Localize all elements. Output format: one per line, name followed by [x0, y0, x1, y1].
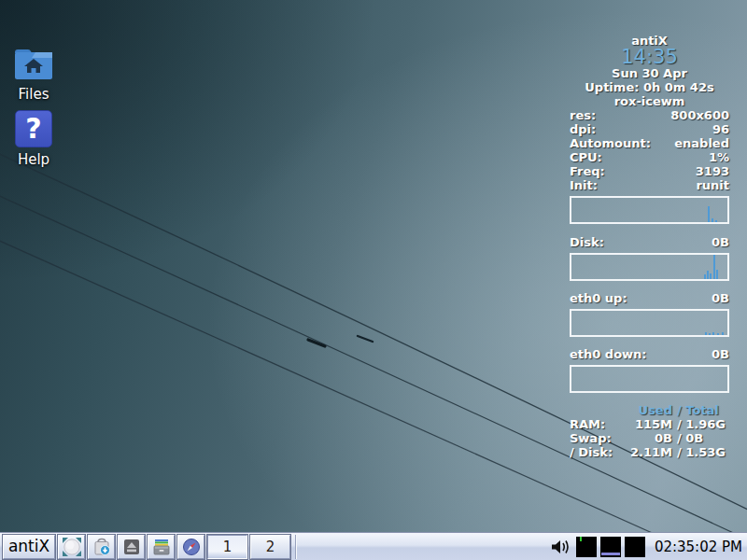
stat-row-init: Init: runit — [570, 178, 729, 192]
desktop-icon-label: Help — [0, 151, 67, 168]
stat-row-res: res: 747x560 — [570, 108, 729, 122]
file-manager-icon — [152, 538, 171, 556]
show-desktop-icon — [63, 538, 81, 556]
stat-value: runit — [696, 178, 729, 192]
system-tray: 02:35:02 PM — [544, 537, 744, 557]
folder-home-icon — [13, 47, 54, 82]
usage-header-total: / Total — [677, 403, 729, 417]
eject-button[interactable] — [118, 535, 145, 559]
stat-row-freq: Freq: 3193 — [570, 164, 729, 178]
mem-monitor[interactable] — [625, 537, 645, 557]
conky-date: Sun 30 Apr — [570, 66, 729, 80]
conky-system-monitor: antiX 14:35 Sun 30 Apr Uptime: 0h 0m 42s… — [570, 34, 729, 459]
usage-header-used: Used — [624, 403, 672, 417]
stat-value: 96 — [712, 122, 729, 136]
stat-row-eth0-up: eth0 up: 0B — [570, 291, 729, 305]
usage-used: 2.11M — [624, 445, 672, 459]
usage-row-swap: Swap: 0B / 0B — [570, 431, 729, 445]
stat-row-dpi: dpi: 96 — [570, 122, 729, 136]
package-installer-button[interactable] — [88, 535, 115, 559]
stat-row-cpu: CPU: 1% — [570, 150, 729, 164]
stat-value: 747x560 — [670, 108, 729, 122]
desktop-icon-help[interactable]: ? Help — [0, 110, 67, 168]
conky-clock: 14:35 — [570, 48, 729, 66]
stat-label: Automount: — [570, 136, 651, 150]
taskbar-separator — [295, 535, 297, 559]
stat-value: 0B — [712, 235, 729, 249]
usage-row-root-disk: / Disk: 2.11M / 1.53G — [570, 445, 729, 459]
conky-wm: rox-icewm — [570, 94, 729, 108]
file-manager-button[interactable] — [148, 535, 175, 559]
desktop-wallpaper: Files ? Help antiX 14:35 Sun 30 Apr Upti… — [0, 0, 747, 560]
cpu-monitor[interactable] — [576, 537, 597, 557]
desktop-icon-label: Files — [0, 86, 67, 103]
stat-label: Disk: — [570, 235, 604, 249]
stat-row-automount: Automount: enabled — [570, 136, 729, 150]
eth0-down-graph — [570, 365, 729, 393]
stat-value: 0B — [712, 347, 729, 361]
disk-graph — [570, 253, 729, 281]
stat-row-eth0-down: eth0 down: 0B — [570, 347, 729, 361]
workspace-button-1[interactable]: 1 — [207, 535, 247, 559]
taskbar: antiX — [0, 532, 747, 560]
show-desktop-button[interactable] — [58, 535, 85, 559]
web-browser-button[interactable] — [177, 535, 204, 559]
antix-menu-button[interactable]: antiX — [3, 535, 55, 559]
stat-row-disk: Disk: 0B — [570, 235, 729, 249]
usage-label: / Disk: — [570, 445, 624, 459]
eject-icon — [122, 538, 141, 556]
stat-value: 3193 — [696, 164, 729, 178]
stat-value: enabled — [674, 136, 729, 150]
stat-label: eth0 down: — [570, 347, 647, 361]
usage-label: Swap: — [570, 431, 624, 445]
cpu-activity-tick — [580, 537, 582, 541]
web-browser-icon — [182, 538, 201, 556]
usage-total: / 1.53G — [677, 445, 729, 459]
net-monitor[interactable] — [600, 537, 621, 557]
eth0-up-graph — [570, 309, 729, 337]
stat-label: dpi: — [570, 122, 596, 136]
stat-label: res: — [570, 108, 596, 122]
usage-label: RAM: — [570, 417, 624, 431]
package-installer-icon — [92, 538, 111, 556]
usage-row-ram: RAM: 115M / 1.96G — [570, 417, 729, 431]
stat-label: Freq: — [570, 164, 605, 178]
desktop-icon-files[interactable]: Files — [0, 47, 67, 103]
taskbar-clock: 02:35:02 PM — [655, 539, 742, 555]
conky-uptime: Uptime: 0h 0m 42s — [570, 80, 729, 94]
stat-value: 1% — [709, 150, 729, 164]
question-mark-icon: ? — [15, 110, 52, 147]
usage-header: Used / Total — [570, 403, 729, 417]
volume-icon[interactable] — [550, 539, 572, 555]
usage-total: / 0B — [677, 431, 729, 445]
stat-label: eth0 up: — [570, 291, 627, 305]
cpu-graph — [570, 196, 729, 224]
stat-label: Init: — [570, 178, 598, 192]
usage-used: 0B — [624, 431, 672, 445]
stat-value: 0B — [712, 291, 729, 305]
workspace-button-2[interactable]: 2 — [250, 535, 290, 559]
stat-label: CPU: — [570, 150, 602, 164]
net-activity-bar — [601, 553, 620, 555]
usage-used: 115M — [624, 417, 672, 431]
usage-total: / 1.96G — [677, 417, 729, 431]
